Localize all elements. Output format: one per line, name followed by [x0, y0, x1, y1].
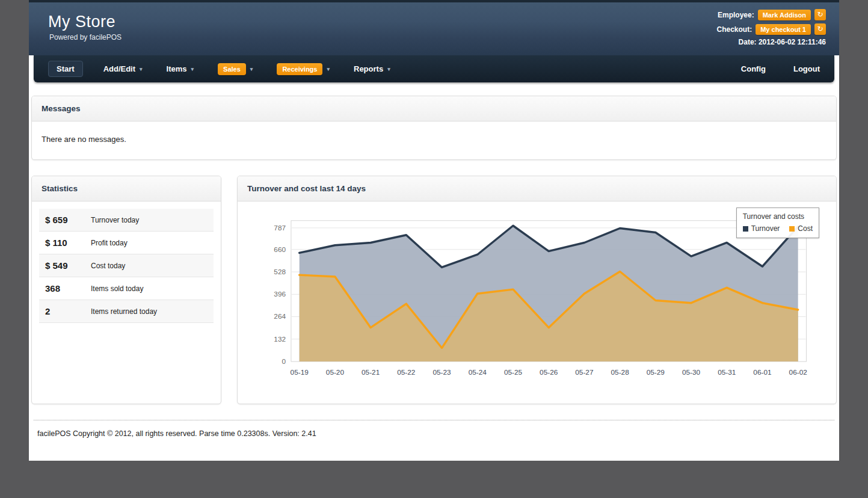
page-container: My Store Powered by facilePOS Employee: … — [29, 0, 839, 461]
main-content: Messages There are no messages. Statisti… — [29, 96, 839, 438]
x-tick-label: 05-26 — [540, 368, 558, 377]
statistics-body: $ 659 Turnover today $ 110 Profit today … — [32, 201, 221, 404]
nav-item-reports[interactable]: Reports ▾ — [354, 64, 390, 73]
nav-item-receivings[interactable]: Receivings ▾ — [277, 63, 330, 75]
checkout-badge[interactable]: My checkout 1 — [756, 24, 811, 35]
dashboard-columns: Statistics $ 659 Turnover today $ 110 Pr… — [31, 176, 837, 404]
chevron-down-icon: ▾ — [140, 66, 143, 72]
stat-value: $ 549 — [45, 260, 91, 271]
switch-checkout-button[interactable]: ↻ — [814, 23, 826, 35]
chevron-down-icon: ▾ — [191, 66, 194, 72]
stat-label: Turnover today — [91, 216, 139, 224]
x-tick-label: 05-31 — [718, 368, 736, 377]
nav-item-add-edit-label: Add/Edit — [103, 64, 135, 73]
checkout-label: Checkout: — [717, 25, 753, 34]
x-tick-label: 06-01 — [753, 368, 771, 377]
y-tick-label: 787 — [274, 224, 286, 232]
main-nav: Start Add/Edit ▾ Items ▾ Sales ▾ Receivi… — [34, 55, 834, 82]
nav-item-items[interactable]: Items ▾ — [167, 64, 194, 73]
stat-value: 368 — [45, 283, 91, 294]
nav-item-sales[interactable]: Sales ▾ — [218, 63, 253, 75]
chevron-down-icon: ▾ — [387, 66, 390, 72]
employee-label: Employee: — [718, 11, 754, 19]
x-tick-label: 06-02 — [789, 368, 807, 377]
stat-row-items-returned: 2 Items returned today — [39, 300, 214, 323]
refresh-icon: ↻ — [817, 23, 823, 35]
statistics-panel: Statistics $ 659 Turnover today $ 110 Pr… — [31, 176, 221, 404]
statistics-panel-title: Statistics — [32, 176, 221, 201]
x-tick-label: 05-24 — [469, 368, 487, 377]
messages-panel-title: Messages — [32, 96, 836, 121]
stat-row-turnover: $ 659 Turnover today — [39, 209, 214, 232]
stat-label: Profit today — [91, 239, 128, 247]
chart-legend-title: Turnover and costs — [743, 212, 813, 221]
chart-panel-title: Turnover and cost last 14 days — [238, 176, 836, 201]
nav-item-logout[interactable]: Logout — [793, 64, 820, 73]
nav-item-config[interactable]: Config — [741, 64, 766, 73]
sales-badge: Sales — [218, 63, 246, 75]
checkout-row: Checkout: My checkout 1 ↻ — [717, 23, 826, 35]
refresh-icon: ↻ — [817, 9, 823, 20]
nav-left: Start Add/Edit ▾ Items ▾ Sales ▾ Receivi… — [48, 61, 414, 77]
nav-item-start[interactable]: Start — [48, 61, 83, 77]
nav-item-reports-label: Reports — [354, 64, 383, 73]
chevron-down-icon: ▾ — [327, 66, 330, 72]
stat-label: Cost today — [91, 262, 125, 270]
y-tick-label: 0 — [282, 357, 286, 366]
switch-employee-button[interactable]: ↻ — [814, 9, 826, 20]
x-tick-label: 05-30 — [682, 368, 701, 377]
stat-row-cost: $ 549 Cost today — [39, 254, 214, 277]
stat-value: $ 110 — [45, 238, 91, 248]
x-tick-label: 05-19 — [291, 368, 309, 377]
legend-entry-cost: Cost — [789, 224, 813, 233]
messages-panel: Messages There are no messages. — [31, 96, 837, 160]
stat-label: Items sold today — [91, 284, 143, 293]
chart-body: 013226439652866078705-1905-2005-2105-220… — [238, 201, 836, 399]
x-tick-label: 05-23 — [432, 368, 451, 377]
stat-row-profit: $ 110 Profit today — [39, 232, 214, 254]
turnover-cost-chart: 013226439652866078705-1905-2005-2105-220… — [250, 212, 824, 390]
session-date: Date: 2012-06-02 12:11:46 — [717, 38, 826, 46]
x-tick-label: 05-29 — [647, 368, 665, 377]
chevron-down-icon: ▾ — [250, 66, 253, 72]
y-tick-label: 528 — [274, 268, 286, 276]
nav-item-add-edit[interactable]: Add/Edit ▾ — [103, 64, 143, 73]
chart-panel: Turnover and cost last 14 days 013226439… — [237, 176, 837, 404]
legend-label-turnover: Turnover — [751, 224, 780, 233]
receivings-badge: Receivings — [277, 63, 322, 75]
session-info: Employee: Mark Addison ↻ Checkout: My ch… — [717, 9, 826, 46]
stat-label: Items returned today — [91, 307, 157, 316]
chart-legend: Turnover and costs Turnover Cost — [736, 208, 819, 238]
stat-value: 2 — [45, 306, 91, 316]
y-tick-label: 264 — [274, 313, 286, 321]
x-tick-label: 05-27 — [575, 368, 593, 377]
stat-row-items-sold: 368 Items sold today — [39, 277, 214, 300]
y-tick-label: 660 — [274, 245, 286, 254]
cost-swatch-icon — [789, 226, 795, 232]
nav-right: Config Logout — [713, 64, 820, 73]
legend-label-cost: Cost — [798, 224, 813, 233]
employee-row: Employee: Mark Addison ↻ — [717, 9, 826, 20]
messages-empty-text: There are no messages. — [32, 121, 836, 159]
employee-badge[interactable]: Mark Addison — [758, 10, 811, 20]
y-tick-label: 396 — [274, 290, 286, 298]
nav-item-items-label: Items — [167, 64, 187, 73]
legend-entry-turnover: Turnover — [743, 224, 780, 233]
x-tick-label: 05-20 — [326, 368, 345, 377]
app-header: My Store Powered by facilePOS Employee: … — [29, 0, 839, 55]
stat-value: $ 659 — [45, 215, 91, 225]
x-tick-label: 05-28 — [611, 368, 630, 377]
legend-entries: Turnover Cost — [743, 224, 813, 233]
y-tick-label: 132 — [274, 335, 286, 343]
page-footer: facilePOS Copyright © 2012, all rights r… — [34, 420, 834, 438]
x-tick-label: 05-25 — [504, 368, 523, 377]
turnover-swatch-icon — [743, 226, 748, 232]
x-tick-label: 05-21 — [362, 368, 380, 377]
x-tick-label: 05-22 — [397, 368, 415, 377]
